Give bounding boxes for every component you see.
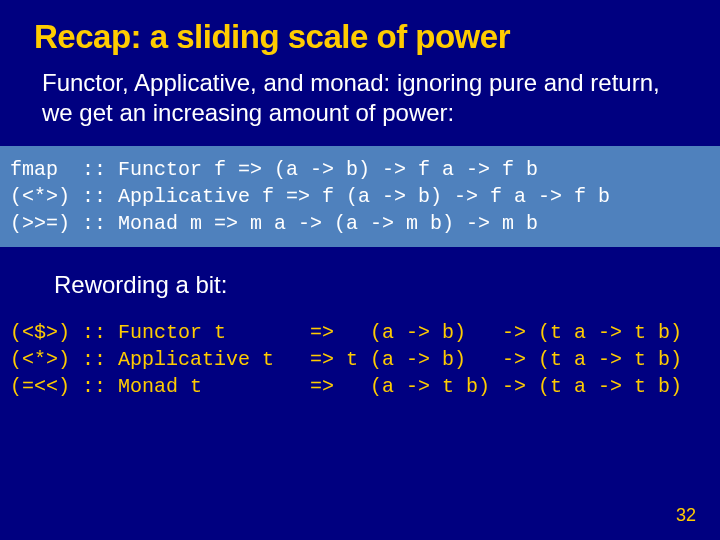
code-block-signatures: fmap :: Functor f => (a -> b) -> f a -> … [0, 146, 720, 247]
slide: Recap: a sliding scale of power Functor,… [0, 0, 720, 540]
code-line: fmap :: Functor f => (a -> b) -> f a -> … [10, 156, 710, 183]
code-line: (<$>) :: Functor t => (a -> b) -> (t a -… [10, 319, 686, 346]
code-line: (<*>) :: Applicative f => f (a -> b) -> … [10, 183, 710, 210]
slide-title: Recap: a sliding scale of power [34, 18, 686, 56]
page-number: 32 [676, 505, 696, 526]
code-line: (<*>) :: Applicative t => t (a -> b) -> … [10, 346, 686, 373]
code-block-reworded: (<$>) :: Functor t => (a -> b) -> (t a -… [10, 319, 686, 400]
slide-subheading: Rewording a bit: [54, 271, 686, 299]
code-line: (=<<) :: Monad t => (a -> t b) -> (t a -… [10, 373, 686, 400]
slide-lead-text: Functor, Applicative, and monad: ignorin… [42, 68, 686, 128]
code-line: (>>=) :: Monad m => m a -> (a -> m b) ->… [10, 210, 710, 237]
